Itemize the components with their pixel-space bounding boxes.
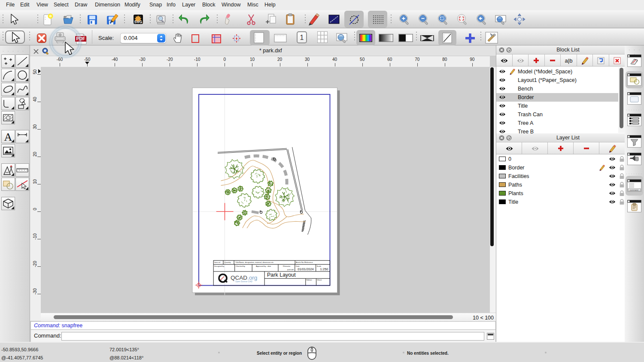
svg-text:QCAD.org: QCAD.org	[231, 275, 257, 281]
svg-text:a|b: a|b	[565, 57, 573, 64]
svg-text:Approved by - date: Approved by - date	[256, 265, 271, 267]
svg-text:command: command	[630, 189, 638, 191]
svg-text:Quantity: Quantity	[224, 261, 231, 263]
svg-text:Open Source CAD: Open Source CAD	[235, 281, 252, 283]
svg-text:Item ref: Item ref	[214, 261, 221, 263]
svg-text:1:250: 1:250	[320, 267, 328, 271]
svg-text:Filename: Filename	[283, 265, 291, 267]
svg-text:SVG: SVG	[134, 20, 142, 24]
svg-text:Title/Name, designation, mater: Title/Name, designation, material, dimen…	[235, 261, 273, 263]
svg-text:Article No./Reference: Article No./Reference	[296, 261, 313, 263]
svg-text:Park Layout: Park Layout	[267, 272, 296, 278]
svg-text:park.dxf: park.dxf	[287, 268, 294, 271]
svg-text:Sheet: Sheet	[317, 279, 322, 281]
svg-text:Edition: Edition	[307, 279, 312, 281]
svg-text:01/01/2024: 01/01/2024	[298, 267, 314, 271]
svg-text:Designed by: Designed by	[214, 265, 225, 267]
svg-text:Checked by: Checked by	[236, 265, 246, 267]
